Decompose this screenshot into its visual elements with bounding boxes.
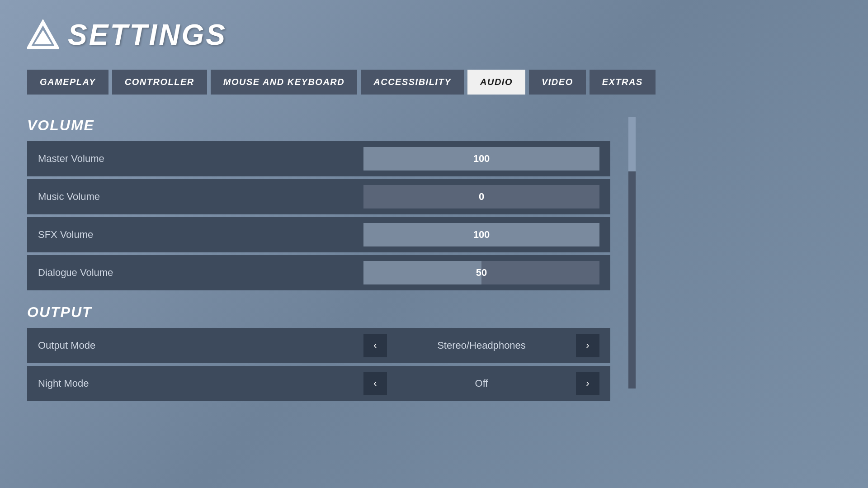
sfx-volume-value: 100 xyxy=(473,229,490,241)
music-volume-slider[interactable]: 0 xyxy=(363,185,599,208)
page-container: SETTINGS GAMEPLAY CONTROLLER MOUSE AND K… xyxy=(0,0,868,488)
night-mode-label: Night Mode xyxy=(38,378,363,389)
master-volume-slider[interactable]: 100 xyxy=(363,147,599,171)
nav-tabs: GAMEPLAY CONTROLLER MOUSE AND KEYBOARD A… xyxy=(27,70,841,95)
tab-audio[interactable]: AUDIO xyxy=(467,70,525,95)
master-volume-value: 100 xyxy=(473,153,490,165)
output-mode-selector: ‹ Stereo/Headphones › xyxy=(363,334,599,357)
master-volume-row: Master Volume 100 xyxy=(27,141,610,176)
music-volume-row: Music Volume 0 xyxy=(27,179,610,214)
output-section-header: OUTPUT xyxy=(27,304,610,321)
page-title: SETTINGS xyxy=(68,18,227,52)
tab-accessibility[interactable]: ACCESSIBILITY xyxy=(361,70,464,95)
night-mode-row: Night Mode ‹ Off › xyxy=(27,366,610,401)
tab-extras[interactable]: EXTRAS xyxy=(590,70,656,95)
sfx-volume-slider[interactable]: 100 xyxy=(363,223,599,246)
header: SETTINGS xyxy=(27,18,841,52)
scrollbar-thumb[interactable] xyxy=(628,117,636,171)
volume-section-header: VOLUME xyxy=(27,117,610,134)
settings-panel: VOLUME Master Volume 100 Music Volume 0 xyxy=(27,117,615,469)
dialogue-volume-slider[interactable]: 50 xyxy=(363,261,599,284)
output-mode-row: Output Mode ‹ Stereo/Headphones › xyxy=(27,328,610,363)
music-volume-label: Music Volume xyxy=(38,191,363,203)
tab-mouse-and-keyboard[interactable]: MOUSE AND KEYBOARD xyxy=(211,70,358,95)
dialogue-volume-label: Dialogue Volume xyxy=(38,267,363,279)
output-mode-value: Stereo/Headphones xyxy=(387,340,576,351)
scrollbar-track[interactable] xyxy=(628,117,636,389)
logo-icon xyxy=(27,19,59,51)
output-mode-next-button[interactable]: › xyxy=(576,334,599,357)
master-volume-label: Master Volume xyxy=(38,153,363,165)
night-mode-selector: ‹ Off › xyxy=(363,372,599,395)
night-mode-prev-button[interactable]: ‹ xyxy=(363,372,387,395)
dialogue-volume-value: 50 xyxy=(476,267,487,279)
output-mode-label: Output Mode xyxy=(38,340,363,351)
main-content: VOLUME Master Volume 100 Music Volume 0 xyxy=(27,117,841,469)
tab-video[interactable]: VIDEO xyxy=(529,70,586,95)
night-mode-value: Off xyxy=(387,378,576,389)
sfx-volume-label: SFX Volume xyxy=(38,229,363,241)
sfx-volume-row: SFX Volume 100 xyxy=(27,217,610,252)
output-mode-prev-button[interactable]: ‹ xyxy=(363,334,387,357)
music-volume-value: 0 xyxy=(479,191,484,203)
dialogue-volume-row: Dialogue Volume 50 xyxy=(27,255,610,290)
tab-controller[interactable]: CONTROLLER xyxy=(112,70,207,95)
tab-gameplay[interactable]: GAMEPLAY xyxy=(27,70,108,95)
night-mode-next-button[interactable]: › xyxy=(576,372,599,395)
